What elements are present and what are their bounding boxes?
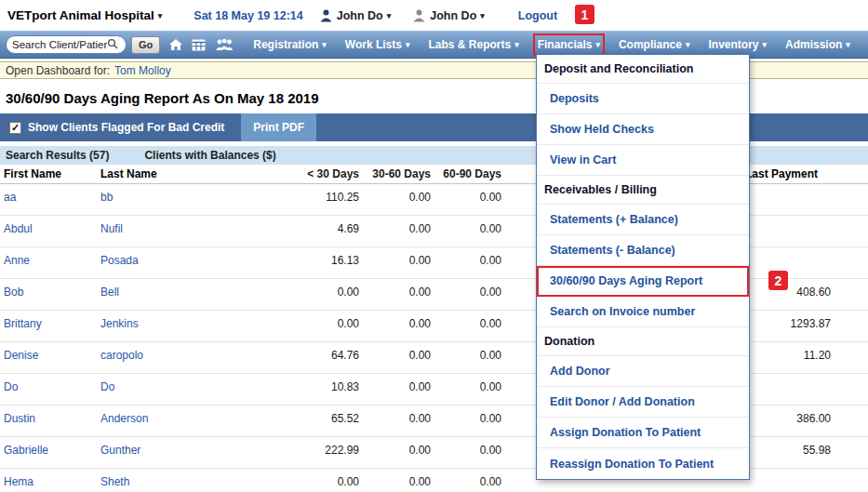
client-last-name-link[interactable]: Nufil [100, 222, 123, 235]
chevron-down-icon: ▾ [387, 11, 392, 20]
client-first-name-link[interactable]: Bob [4, 286, 23, 299]
nav-item-registration[interactable]: Registration▾ [253, 38, 327, 51]
nav-item-inventory[interactable]: Inventory▾ [708, 38, 767, 51]
days-30-60-value: 0.00 [359, 191, 431, 204]
menu-item-30-60-90-days-aging-report[interactable]: 30/60/90 Days Aging Report [537, 266, 749, 297]
days-60-90-value: 0.00 [431, 444, 501, 457]
user-icon [413, 9, 425, 22]
top-bar: VETport Animal Hospital ▾ Sat 18 May 19 … [0, 0, 868, 31]
menu-item-deposits[interactable]: Deposits [537, 84, 749, 114]
days-60-90-value: 0.00 [431, 222, 501, 235]
last-payment-value: 408.60 [745, 286, 831, 299]
last-payment-value: 1293.87 [745, 317, 831, 330]
client-first-name-link[interactable]: Hema [4, 475, 33, 488]
menu-item-reassign-donation-to-patient[interactable]: Reassign Donation To Patient [537, 448, 749, 479]
user-menu-secondary[interactable]: John Do ▾ [430, 9, 485, 22]
menu-item-add-donor[interactable]: Add Donor [537, 356, 749, 387]
nav-item-financials[interactable]: Financials▾ [538, 38, 600, 51]
chevron-down-icon: ▾ [480, 11, 485, 20]
days-60-90-value: 0.00 [431, 412, 501, 425]
nav-item-work-lists[interactable]: Work Lists▾ [345, 38, 410, 51]
under-30-days-value: 0.00 [283, 475, 359, 488]
last-payment-value: 55.98 [745, 444, 831, 457]
clinic-name: VETport Animal Hospital [7, 8, 154, 22]
menu-item-statements-balance[interactable]: Statements (+ Balance) [537, 205, 749, 235]
nav-item-compliance[interactable]: Compliance▾ [619, 38, 690, 51]
col-first-name: First Name [4, 167, 100, 180]
chevron-down-icon: ▾ [686, 40, 690, 49]
print-pdf-button[interactable]: Print PDF [241, 113, 316, 141]
financials-dropdown-menu: Deposit and ReconciliationDepositsShow H… [536, 54, 750, 480]
menu-item-assign-donation-to-patient[interactable]: Assign Donation To Patient [537, 418, 749, 448]
bad-credit-checkbox-label: Show Clients Flagged For Bad Credit [28, 121, 224, 134]
nav-item-labs-reports[interactable]: Labs & Reports▾ [428, 38, 518, 51]
home-icon[interactable] [168, 38, 183, 51]
under-30-days-value: 64.76 [283, 349, 359, 362]
bad-credit-checkbox[interactable]: ✓ [9, 122, 21, 134]
days-60-90-value: 0.00 [431, 349, 501, 362]
chevron-down-icon: ▾ [514, 40, 519, 49]
nav-item-label: Labs & Reports [428, 38, 511, 51]
client-last-name-link[interactable]: Sheth [100, 475, 129, 488]
dashboard-user-link[interactable]: Tom Molloy [114, 64, 171, 77]
dashboard-label: Open Dashboard for: [6, 64, 110, 77]
menu-item-statements-balance[interactable]: Statements (- Balance) [537, 235, 749, 266]
under-30-days-value: 0.00 [283, 317, 359, 330]
days-60-90-value: 0.00 [431, 380, 501, 393]
chevron-down-icon: ▾ [595, 40, 600, 49]
client-first-name-link[interactable]: aa [4, 191, 16, 204]
chevron-down-icon: ▾ [158, 11, 163, 20]
days-30-60-value: 0.00 [359, 317, 431, 330]
chevron-down-icon: ▾ [406, 40, 410, 49]
menu-item-search-on-invoice-number[interactable]: Search on Invoice number [537, 297, 749, 327]
under-30-days-value: 0.00 [283, 286, 359, 299]
under-30-days-value: 222.99 [283, 444, 359, 457]
go-button[interactable]: Go [131, 36, 160, 54]
chevron-down-icon: ▾ [322, 40, 327, 49]
client-last-name-link[interactable]: Bell [100, 286, 119, 299]
client-last-name-link[interactable]: Posada [100, 254, 139, 267]
user-menu-primary[interactable]: John Do ▾ [337, 9, 392, 22]
under-30-days-value: 4.69 [283, 222, 359, 235]
days-30-60-value: 0.00 [359, 286, 431, 299]
search-results-count: Search Results (57) [6, 149, 109, 162]
client-first-name-link[interactable]: Denise [4, 349, 38, 362]
logout-link[interactable]: Logout [518, 9, 557, 22]
search-input[interactable] [12, 39, 107, 50]
client-last-name-link[interactable]: Jenkins [100, 317, 139, 330]
client-first-name-link[interactable]: Gabrielle [4, 444, 48, 457]
client-last-name-link[interactable]: Do [100, 380, 114, 393]
client-first-name-link[interactable]: Do [4, 380, 18, 393]
menu-section-receivables-billing: Receivables / Billing [537, 176, 749, 205]
col-under-30-days: < 30 Days [283, 167, 359, 180]
client-first-name-link[interactable]: Abdul [4, 222, 33, 235]
client-first-name-link[interactable]: Dustin [4, 412, 35, 425]
clinic-selector[interactable]: VETport Animal Hospital ▾ [7, 8, 162, 22]
client-first-name-link[interactable]: Brittany [4, 317, 42, 330]
nav-items: Registration▾Work Lists▾Labs & Reports▾F… [234, 38, 868, 51]
col-last-name: Last Name [100, 167, 283, 180]
client-last-name-link[interactable]: Gunther [100, 444, 140, 457]
calendar-icon[interactable] [192, 38, 206, 51]
menu-item-edit-donor-add-donation[interactable]: Edit Donor / Add Donation [537, 387, 749, 418]
client-last-name-link[interactable]: Anderson [100, 412, 148, 425]
nav-item-label: Inventory [708, 38, 758, 51]
col-60-90-days: 60-90 Days [431, 167, 501, 180]
col-30-60-days: 30-60 Days [359, 167, 431, 180]
client-last-name-link[interactable]: caropolo [100, 349, 143, 362]
under-30-days-value: 16.13 [283, 254, 359, 267]
chevron-down-icon: ▾ [762, 40, 767, 49]
menu-item-view-in-cart[interactable]: View in Cart [537, 145, 749, 176]
days-30-60-value: 0.00 [359, 475, 431, 488]
client-search-box [6, 35, 127, 54]
days-30-60-value: 0.00 [359, 380, 431, 393]
nav-item-label: Work Lists [345, 38, 402, 51]
nav-item-admission[interactable]: Admission▾ [785, 38, 850, 51]
menu-item-show-held-checks[interactable]: Show Held Checks [537, 114, 749, 145]
client-first-name-link[interactable]: Anne [4, 254, 30, 267]
days-30-60-value: 0.00 [359, 222, 431, 235]
search-icon [107, 36, 118, 53]
client-last-name-link[interactable]: bb [100, 191, 113, 204]
clients-group-icon[interactable] [214, 38, 234, 51]
days-30-60-value: 0.00 [359, 349, 431, 362]
